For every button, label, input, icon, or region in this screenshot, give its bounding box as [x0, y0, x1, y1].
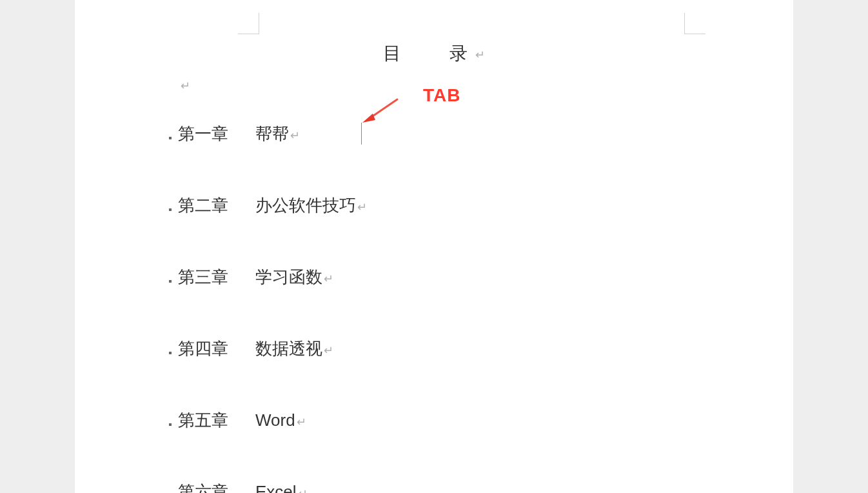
bullet-icon	[169, 423, 172, 426]
toc-item[interactable]: 第六章 Excel ↵	[178, 481, 690, 493]
bullet-icon	[169, 208, 172, 211]
document-page[interactable]: 目 录 ↵ ↵ TAB 第一章 帮帮 ↵ 第二章 办公软件技	[75, 0, 793, 493]
tab-annotation-label: TAB	[423, 85, 460, 106]
chapter-number: 第五章	[178, 409, 237, 432]
margin-corner-top-left	[238, 13, 259, 34]
chapter-title: Word	[255, 410, 295, 430]
toc-item[interactable]: 第五章 Word ↵	[178, 409, 690, 432]
chapter-number: 第一章	[178, 123, 237, 145]
paragraph-mark-icon: ↵	[298, 487, 308, 493]
chapter-title: 数据透视	[255, 337, 322, 360]
toc-item[interactable]: 第一章 帮帮 ↵	[178, 123, 690, 145]
chapter-number: 第二章	[178, 194, 237, 217]
chapter-title: 帮帮	[255, 123, 289, 145]
toc-item[interactable]: 第四章 数据透视 ↵	[178, 337, 690, 360]
svg-line-0	[369, 99, 397, 119]
toc-item[interactable]: 第二章 办公软件技巧 ↵	[178, 194, 690, 217]
bullet-icon	[169, 280, 172, 283]
paragraph-mark-icon: ↵	[181, 79, 190, 92]
toc-list: 第一章 帮帮 ↵ 第二章 办公软件技巧 ↵ 第三章 学习函数 ↵ 第四章 数据透…	[178, 123, 690, 493]
chapter-number: 第三章	[178, 266, 237, 288]
title-part-1: 目	[383, 43, 401, 63]
paragraph-mark-icon: ↵	[324, 272, 333, 286]
paragraph-mark-icon: ↵	[297, 415, 306, 429]
margin-corner-top-right	[684, 13, 705, 34]
svg-marker-1	[362, 114, 375, 123]
chapter-title: Excel	[255, 482, 297, 493]
chapter-title: 学习函数	[255, 266, 322, 288]
title-part-2: 录	[449, 43, 468, 63]
paragraph-mark-icon: ↵	[290, 128, 300, 143]
bullet-icon	[169, 137, 172, 139]
chapter-title: 办公软件技巧	[255, 194, 356, 217]
bullet-icon	[169, 352, 172, 354]
chapter-number: 第六章	[178, 481, 237, 493]
paragraph-mark-icon: ↵	[324, 343, 333, 357]
chapter-number: 第四章	[178, 337, 237, 360]
paragraph-mark-icon: ↵	[357, 200, 367, 214]
toc-item[interactable]: 第三章 学习函数 ↵	[178, 266, 690, 288]
paragraph-mark-icon: ↵	[475, 48, 485, 61]
